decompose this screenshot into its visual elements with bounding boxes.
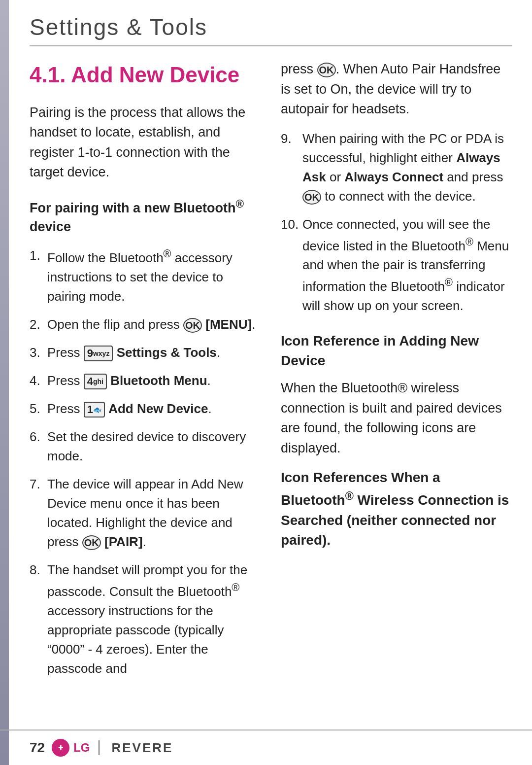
menu-label: [MENU] bbox=[205, 317, 252, 332]
list-num: 10. bbox=[281, 215, 299, 234]
content-area: 4.1. Add New Device Pairing is the proce… bbox=[30, 59, 512, 726]
list-item: 7. The device will appear in Add New Dev… bbox=[30, 475, 261, 552]
lg-circle-icon: ✚ bbox=[52, 739, 69, 757]
ok-button-icon: OK bbox=[183, 318, 202, 333]
brand-text: REVERE bbox=[111, 740, 173, 756]
numbered-list: 1. Follow the Bluetooth® accessory instr… bbox=[30, 246, 261, 678]
list-item: 9. When pairing with the PC or PDA is su… bbox=[281, 129, 512, 206]
right-column: press OK. When Auto Pair Handsfree is se… bbox=[281, 59, 512, 726]
page-container: Settings & Tools 4.1. Add New Device Pai… bbox=[0, 0, 532, 765]
ok-button-connect-icon: OK bbox=[302, 190, 321, 205]
key-1-icon: 1🐟 bbox=[84, 402, 105, 417]
list-num: 1. bbox=[30, 246, 40, 265]
footer: 72 ✚ LG REVERE bbox=[0, 730, 532, 765]
footer-page-number: 72 bbox=[30, 740, 45, 756]
always-connect-label: Always Connect bbox=[344, 170, 443, 184]
left-accent-bar bbox=[0, 0, 9, 765]
right-para1: press OK. When Auto Pair Handsfree is se… bbox=[281, 59, 512, 119]
lg-icon-plus: ✚ bbox=[58, 744, 63, 751]
ok-button-icon-right: OK bbox=[317, 63, 336, 77]
list-item: 5. Press 1🐟 Add New Device. bbox=[30, 399, 261, 418]
icon-ref-para: When the Bluetooth® wireless connection … bbox=[281, 378, 512, 458]
key-9-icon: 9wxyz bbox=[84, 346, 113, 361]
list-num: 9. bbox=[281, 129, 292, 148]
list-num: 4. bbox=[30, 371, 40, 390]
list-item: 8. The handset will prompt you for the p… bbox=[30, 560, 261, 678]
page-header: Settings & Tools bbox=[30, 14, 512, 46]
subheading: For pairing with a new Bluetooth® device bbox=[30, 196, 261, 237]
settings-tools-label: Settings & Tools bbox=[117, 345, 217, 360]
list-item: 10. Once connected, you will see the dev… bbox=[281, 215, 512, 315]
list-num: 6. bbox=[30, 427, 40, 447]
list-num: 5. bbox=[30, 399, 40, 418]
list-item: 2. Open the flip and press OK [MENU]. bbox=[30, 315, 261, 334]
list-num: 7. bbox=[30, 475, 40, 494]
pair-label: [PAIR] bbox=[104, 534, 143, 549]
list-num: 2. bbox=[30, 315, 40, 334]
bluetooth-menu-label: Bluetooth Menu bbox=[110, 373, 207, 388]
key-4-icon: 4ghi bbox=[84, 374, 107, 389]
right-numbered-list: 9. When pairing with the PC or PDA is su… bbox=[281, 129, 512, 315]
icon-ref-heading: Icon Reference in Adding New Device bbox=[281, 331, 512, 371]
intro-text: Pairing is the process that allows the h… bbox=[30, 103, 261, 182]
list-item: 4. Press 4ghi Bluetooth Menu. bbox=[30, 371, 261, 390]
list-num: 8. bbox=[30, 560, 40, 580]
section-title: 4.1. Add New Device bbox=[30, 59, 261, 91]
left-column: 4.1. Add New Device Pairing is the proce… bbox=[30, 59, 261, 726]
ok-button-pair-icon: OK bbox=[82, 535, 101, 550]
footer-divider-line bbox=[99, 740, 100, 755]
list-item: 3. Press 9wxyz Settings & Tools. bbox=[30, 343, 261, 362]
add-new-device-label: Add New Device bbox=[108, 401, 208, 416]
icon-ref2-heading-text: Icon References When a Bluetooth® Wirele… bbox=[281, 470, 509, 528]
footer-logo: ✚ LG REVERE bbox=[52, 739, 173, 757]
list-item: 1. Follow the Bluetooth® accessory instr… bbox=[30, 246, 261, 306]
list-item: 6. Set the desired device to discovery m… bbox=[30, 427, 261, 466]
list-num: 3. bbox=[30, 343, 40, 362]
header-divider bbox=[30, 45, 512, 46]
lg-text: LG bbox=[73, 741, 90, 755]
icon-ref2-heading: Icon References When a Bluetooth® Wirele… bbox=[281, 468, 512, 551]
header-title: Settings & Tools bbox=[30, 14, 512, 40]
